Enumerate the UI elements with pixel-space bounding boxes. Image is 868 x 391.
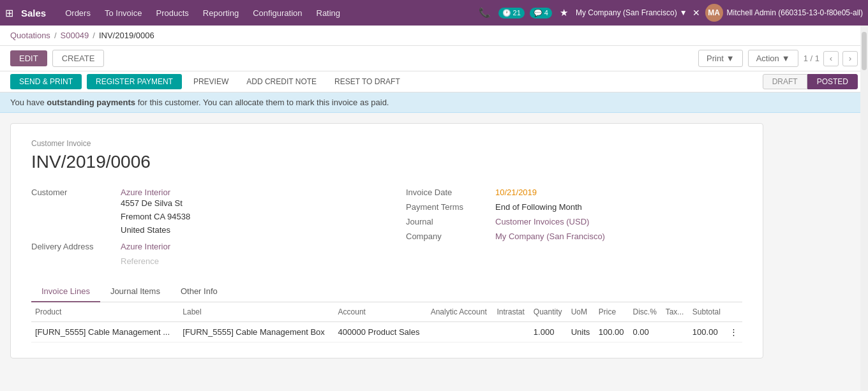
edit-button[interactable]: EDIT [10,50,47,66]
col-intrastat: Intrastat [493,302,529,322]
scrollbar-thumb [862,32,867,70]
delivery-value[interactable]: Azure Interior [121,242,170,251]
register-payment-button[interactable]: REGISTER PAYMENT [87,74,182,89]
invoice-card: Customer Invoice INV/2019/0006 Customer … [10,123,763,358]
print-label: Print [707,54,724,63]
add-credit-note-button[interactable]: ADD CREDIT NOTE [240,74,323,89]
nav-to-invoice[interactable]: To Invoice [98,6,149,20]
customer-name[interactable]: Azure Interior [121,188,190,197]
chat-badge[interactable]: 💬 4 [530,8,552,18]
invoice-lines-table: Product Label Account Analytic Account I… [31,302,742,343]
col-product: Product [31,302,179,322]
table-header-row: Product Label Account Analytic Account I… [31,302,742,322]
tab-other-info[interactable]: Other Info [170,281,228,302]
row-quantity: 1.000 [530,322,567,343]
invoice-number: INV/2019/0006 [31,152,742,172]
row-subtotal: 100.00 [689,322,726,343]
avatar: MA [705,4,723,22]
col-quantity: Quantity [530,302,567,322]
invoice-type-label: Customer Invoice [31,139,742,148]
nav-reporting[interactable]: Reporting [197,6,245,20]
banner-text-after: for this customer. You can allocate them… [135,98,389,107]
row-analytic [427,322,493,343]
company-selector[interactable]: My Company (San Francisco) ▼ [576,8,687,17]
row-account[interactable]: 400000 Product Sales [334,322,427,343]
apps-icon[interactable]: ⊞ [5,7,13,19]
action-bar: EDIT CREATE Print ▼ Action ▼ 1 / 1 ‹ › [0,46,868,71]
navbar-right: 📞 🕐 21 💬 4 ★ My Company (San Francisco) … [476,4,863,22]
delivery-field-row: Delivery Address Azure Interior [31,242,368,251]
pagination-count: 1 / 1 [804,54,819,63]
company-value[interactable]: My Company (San Francisco) [495,232,605,241]
user-menu[interactable]: MA Mitchell Admin (660315-13-0-f80e05-al… [705,4,863,22]
tab-journal-items[interactable]: Journal Items [100,281,170,302]
action-button[interactable]: Action ▼ [748,50,798,67]
chevron-down-icon: ▼ [680,8,687,17]
action-chevron-icon: ▼ [782,54,790,63]
status-pills: DRAFT POSTED [763,74,858,89]
close-icon[interactable]: ✕ [692,8,700,18]
phone-icon[interactable]: 📞 [476,4,493,21]
journal-label: Journal [406,217,495,226]
fields-left: Customer Azure Interior 4557 De Silva St… [31,188,368,266]
brand-label: Sales [21,8,46,18]
calendar-icon: 🕐 [502,9,511,17]
status-draft[interactable]: DRAFT [763,74,807,89]
table-row: [FURN_5555] Cable Management ... [FURN_5… [31,322,742,343]
breadcrumb: Quotations / S00049 / INV/2019/0006 [0,26,868,46]
activity-icon[interactable]: ★ [557,4,571,21]
print-button[interactable]: Print ▼ [698,50,743,67]
nav-rating[interactable]: Rating [310,6,347,20]
invoice-date-value[interactable]: 10/21/2019 [495,188,537,197]
calendar-badge[interactable]: 🕐 21 [498,8,525,18]
row-label: [FURN_5555] Cable Management Box [179,322,334,343]
breadcrumb-sep-2: / [93,31,95,40]
row-product[interactable]: [FURN_5555] Cable Management ... [31,322,179,343]
col-uom: UoM [567,302,595,322]
status-posted[interactable]: POSTED [807,74,858,89]
invoice-fields: Customer Azure Interior 4557 De Silva St… [31,188,742,266]
pagination-prev[interactable]: ‹ [823,51,839,66]
payment-terms-value: End of Following Month [495,202,582,212]
breadcrumb-quotations[interactable]: Quotations [10,31,50,40]
create-button[interactable]: CREATE [52,50,105,67]
col-label: Label [179,302,334,322]
delivery-label: Delivery Address [31,242,121,251]
fields-right: Invoice Date 10/21/2019 Payment Terms En… [406,188,742,266]
customer-address: 4557 De Silva StFremont CA 94538United S… [121,197,190,237]
row-kebab[interactable]: ⋮ [726,322,742,343]
nav-products[interactable]: Products [149,6,195,20]
breadcrumb-sep-1: / [54,31,57,40]
chat-icon: 💬 [534,9,542,17]
banner-bold-text: outstanding payments [47,98,135,107]
customer-label: Customer [31,188,121,197]
customer-field-row: Customer Azure Interior 4557 De Silva St… [31,188,368,237]
col-actions [726,302,742,322]
journal-row: Journal Customer Invoices (USD) [406,217,742,226]
pagination-next[interactable]: › [842,51,858,66]
navbar: ⊞ Sales Orders To Invoice Products Repor… [0,0,868,26]
col-disc: Disc.% [629,302,661,322]
send-print-button[interactable]: SEND & PRINT [10,74,82,89]
invoice-date-label: Invoice Date [406,188,495,197]
pagination: 1 / 1 ‹ › [804,51,858,66]
nav-configuration[interactable]: Configuration [246,6,308,20]
row-intrastat [493,322,529,343]
action-label: Action [756,54,779,63]
row-tax [662,322,689,343]
journal-value[interactable]: Customer Invoices (USD) [495,217,589,226]
nav-orders[interactable]: Orders [59,6,97,20]
breadcrumb-sale-order[interactable]: S00049 [61,31,89,40]
print-chevron-icon: ▼ [726,54,735,63]
customer-value: Azure Interior 4557 De Silva StFremont C… [121,188,190,237]
tab-invoice-lines[interactable]: Invoice Lines [31,281,100,302]
preview-button[interactable]: PREVIEW [187,74,235,89]
status-bar: SEND & PRINT REGISTER PAYMENT PREVIEW AD… [0,71,868,92]
reference-placeholder[interactable]: Reference [121,256,368,266]
reset-to-draft-button[interactable]: RESET TO DRAFT [328,74,407,89]
banner-text-before: You have [10,98,47,107]
scrollbar[interactable] [860,26,868,369]
navbar-menu: Orders To Invoice Products Reporting Con… [59,6,473,20]
col-price: Price [595,302,629,322]
row-price: 100.00 [595,322,629,343]
